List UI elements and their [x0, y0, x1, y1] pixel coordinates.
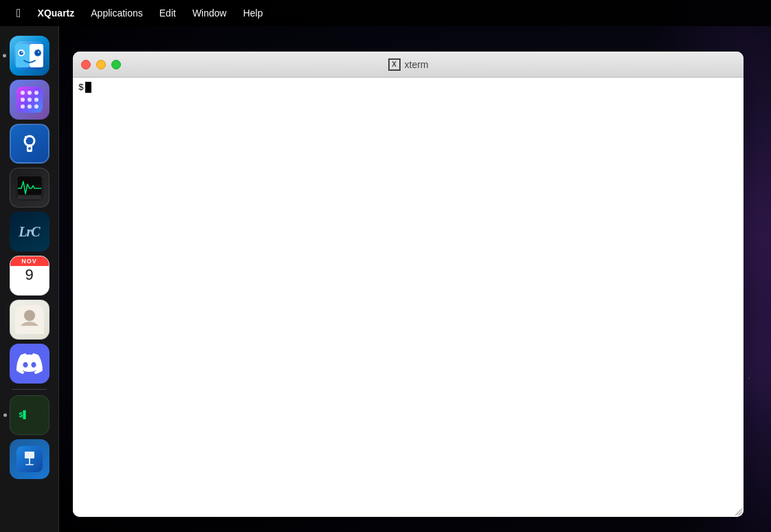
- dock-app-calendar[interactable]: NOV 9: [10, 256, 49, 296]
- dock: 1 LrC NOV 9: [0, 26, 59, 532]
- contacts-icon: [15, 305, 44, 334]
- svg-point-34: [34, 91, 38, 95]
- svg-rect-47: [17, 196, 42, 199]
- svg-point-49: [24, 310, 35, 321]
- svg-text:$▋: $▋: [19, 410, 27, 419]
- dock-app-finder[interactable]: [10, 36, 49, 76]
- xterm-titlebar: X xterm: [73, 52, 744, 78]
- svg-point-37: [34, 98, 38, 102]
- xterm-close-button[interactable]: [81, 60, 91, 69]
- finder-face-icon: [14, 41, 45, 70]
- discord-icon: [16, 353, 43, 374]
- menubar:  XQuartz Applications Edit Window Help: [0, 0, 771, 26]
- terminal-icon: $▋: [15, 402, 44, 428]
- dock-app-contacts[interactable]: [10, 300, 49, 340]
- dock-app-lightroom[interactable]: LrC: [10, 212, 49, 252]
- xterm-window: X xterm $: [73, 52, 744, 517]
- dock-dot-terminal: [3, 414, 7, 417]
- svg-rect-55: [25, 452, 34, 458]
- svg-point-43: [28, 147, 31, 150]
- svg-text:1: 1: [24, 135, 27, 141]
- dock-divider: [12, 389, 47, 390]
- svg-line-60: [741, 514, 742, 516]
- svg-point-36: [27, 98, 32, 102]
- dock-app-1password[interactable]: 1: [10, 124, 49, 164]
- xterm-prompt-line: $: [78, 82, 738, 93]
- activity-monitor-icon: [16, 175, 43, 201]
- keynote-icon: [16, 446, 43, 472]
- xterm-maximize-button[interactable]: [111, 60, 121, 69]
- svg-point-33: [27, 91, 32, 95]
- svg-point-27: [21, 52, 23, 53]
- apple-menu[interactable]: : [8, 6, 30, 21]
- calendar-month: NOV: [10, 256, 49, 266]
- svg-point-38: [21, 104, 25, 109]
- svg-point-35: [21, 98, 25, 102]
- xterm-content-area[interactable]: $: [73, 78, 744, 517]
- menubar-applications[interactable]: Applications: [82, 5, 151, 21]
- xterm-title-text: xterm: [405, 59, 429, 70]
- xterm-minimize-button[interactable]: [96, 60, 106, 69]
- dock-app-terminal[interactable]: $▋: [10, 395, 49, 435]
- dock-dot-finder: [3, 54, 6, 58]
- svg-point-40: [34, 104, 38, 109]
- svg-point-30: [38, 52, 39, 53]
- menubar-help[interactable]: Help: [235, 5, 271, 21]
- launchpad-icon: [16, 87, 43, 113]
- xterm-window-controls: [81, 60, 121, 69]
- xterm-title-area: X xterm: [388, 58, 429, 71]
- svg-point-39: [27, 104, 32, 109]
- menubar-window[interactable]: Window: [184, 5, 235, 21]
- svg-rect-51: [15, 326, 44, 334]
- dock-app-activity-monitor[interactable]: [10, 168, 49, 208]
- xterm-prompt-char: $: [78, 82, 84, 93]
- xterm-x-icon: X: [388, 58, 401, 71]
- menubar-app-name[interactable]: XQuartz: [30, 5, 83, 21]
- xterm-resize-handle[interactable]: [733, 506, 742, 516]
- svg-point-29: [36, 51, 40, 55]
- svg-rect-57: [25, 464, 34, 465]
- svg-point-26: [19, 51, 23, 55]
- menubar-edit[interactable]: Edit: [151, 5, 184, 21]
- xterm-cursor: [85, 82, 91, 93]
- dock-app-keynote[interactable]: [10, 439, 49, 479]
- svg-rect-46: [17, 176, 42, 195]
- dock-app-launchpad[interactable]: [10, 80, 49, 120]
- svg-rect-56: [29, 458, 30, 464]
- lightroom-label: LrC: [19, 225, 39, 239]
- calendar-day: 9: [10, 266, 49, 284]
- onepassword-icon: 1: [17, 131, 42, 156]
- svg-point-12: [748, 377, 750, 379]
- dock-app-discord[interactable]: [10, 344, 49, 384]
- svg-point-32: [21, 91, 25, 95]
